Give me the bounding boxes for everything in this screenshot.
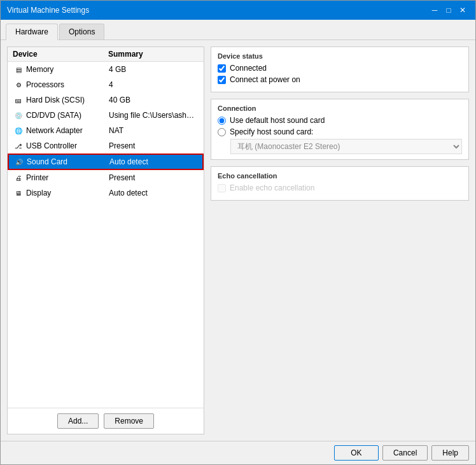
ok-button[interactable]: OK — [334, 445, 379, 461]
tabs-bar: Hardware Options — [1, 20, 475, 40]
processors-icon: ⚙ — [13, 80, 24, 90]
connection-section: Connection Use default host sound card S… — [211, 99, 469, 160]
device-summary-hard-disk: 40 GB — [109, 96, 198, 104]
device-summary-printer: Present — [109, 173, 198, 182]
close-button[interactable]: ✕ — [456, 4, 469, 16]
device-name-network-adapter: Network Adapter — [26, 126, 109, 135]
device-row-memory[interactable]: ▤ Memory 4 GB — [8, 62, 204, 77]
device-row-network-adapter[interactable]: 🌐 Network Adapter NAT — [8, 123, 204, 138]
network-adapter-icon: 🌐 — [13, 125, 24, 136]
minimize-button[interactable]: ─ — [428, 4, 441, 16]
device-summary-display: Auto detect — [109, 189, 198, 197]
hard-disk-icon: 🖴 — [13, 95, 24, 105]
echo-cancellation-section: Echo cancellation Enable echo cancellati… — [211, 166, 469, 201]
device-table-header: Device Summary — [8, 47, 204, 62]
device-name-printer: Printer — [26, 173, 109, 182]
radio-default-host-row: Use default host sound card — [218, 116, 462, 125]
device-status-label: Device status — [218, 52, 462, 60]
device-row-printer[interactable]: 🖨 Printer Present — [8, 170, 204, 185]
device-name-display: Display — [26, 189, 109, 197]
tab-options[interactable]: Options — [59, 24, 104, 39]
connected-checkbox[interactable] — [218, 64, 226, 73]
left-panel-buttons: Add... Remove — [8, 408, 204, 434]
right-panel: Device status Connected Connect at power… — [211, 46, 469, 434]
device-name-sound-card: Sound Card — [27, 157, 109, 166]
cddvd-icon: 💿 — [13, 110, 24, 120]
device-status-section: Device status Connected Connect at power… — [211, 46, 469, 92]
device-row-usb-controller[interactable]: ⎇ USB Controller Present — [8, 138, 204, 154]
radio-default-host[interactable] — [218, 117, 226, 125]
display-icon: 🖥 — [13, 188, 24, 198]
printer-icon: 🖨 — [13, 173, 24, 183]
add-button[interactable]: Add... — [57, 413, 99, 429]
device-row-cddvd[interactable]: 💿 CD/DVD (SATA) Using file C:\Users\ashe… — [8, 108, 204, 123]
device-summary-cddvd: Using file C:\Users\asher.sh... — [109, 111, 198, 120]
device-name-memory: Memory — [26, 65, 109, 74]
cancel-button[interactable]: Cancel — [382, 445, 428, 461]
connect-at-power-checkbox[interactable] — [218, 76, 226, 84]
sound-card-dropdown-row: 耳机 (Maonocaster E2 Stereo) — [230, 139, 462, 154]
connected-label: Connected — [230, 64, 267, 73]
device-row-processors[interactable]: ⚙ Processors 4 — [8, 77, 204, 92]
device-list: ▤ Memory 4 GB ⚙ Processors 4 🖴 Hard Disk… — [8, 62, 204, 408]
sound-card-icon: 🔊 — [14, 157, 24, 167]
echo-checkbox-row: Enable echo cancellation — [218, 183, 462, 192]
radio-default-label: Use default host sound card — [230, 116, 325, 125]
help-button[interactable]: Help — [431, 445, 469, 461]
echo-checkbox — [218, 184, 226, 192]
echo-label: Enable echo cancellation — [230, 183, 314, 192]
device-summary-memory: 4 GB — [109, 65, 198, 74]
connection-label: Connection — [218, 104, 462, 112]
device-name-cddvd: CD/DVD (SATA) — [26, 111, 109, 120]
left-panel: Device Summary ▤ Memory 4 GB ⚙ Processor… — [7, 46, 204, 434]
device-row-hard-disk[interactable]: 🖴 Hard Disk (SCSI) 40 GB — [8, 92, 204, 108]
maximize-button[interactable]: □ — [442, 4, 455, 16]
device-name-processors: Processors — [26, 80, 109, 89]
connected-row: Connected — [218, 64, 462, 73]
memory-icon: ▤ — [13, 64, 24, 75]
device-summary-network-adapter: NAT — [109, 126, 198, 135]
usb-controller-icon: ⎇ — [13, 141, 24, 151]
device-summary-usb-controller: Present — [109, 141, 198, 150]
device-summary-processors: 4 — [109, 80, 198, 89]
title-bar: Virtual Machine Settings ─ □ ✕ — [1, 1, 475, 20]
window-title: Virtual Machine Settings — [7, 6, 89, 15]
device-name-hard-disk: Hard Disk (SCSI) — [26, 96, 109, 104]
radio-specify-host[interactable] — [218, 128, 226, 136]
radio-specify-label: Specify host sound card: — [230, 127, 313, 136]
content-area: Device Summary ▤ Memory 4 GB ⚙ Processor… — [1, 40, 475, 441]
radio-specify-row: Specify host sound card: — [218, 127, 462, 136]
sound-card-dropdown: 耳机 (Maonocaster E2 Stereo) — [230, 139, 462, 154]
remove-button[interactable]: Remove — [104, 413, 154, 429]
connect-at-power-row: Connect at power on — [218, 75, 462, 84]
bottom-buttons: OK Cancel Help — [1, 441, 475, 464]
device-row-display[interactable]: 🖥 Display Auto detect — [8, 185, 204, 201]
window-controls: ─ □ ✕ — [428, 4, 469, 16]
echo-cancellation-label: Echo cancellation — [218, 172, 462, 180]
device-row-sound-card[interactable]: 🔊 Sound Card Auto detect — [8, 154, 204, 170]
col-summary-header: Summary — [108, 50, 199, 59]
connect-at-power-label: Connect at power on — [230, 75, 300, 84]
virtual-machine-settings-window: Virtual Machine Settings ─ □ ✕ Hardware … — [0, 0, 476, 465]
device-name-usb-controller: USB Controller — [26, 141, 109, 150]
tab-hardware[interactable]: Hardware — [6, 24, 58, 40]
col-device-header: Device — [13, 50, 108, 59]
device-summary-sound-card: Auto detect — [109, 157, 197, 166]
